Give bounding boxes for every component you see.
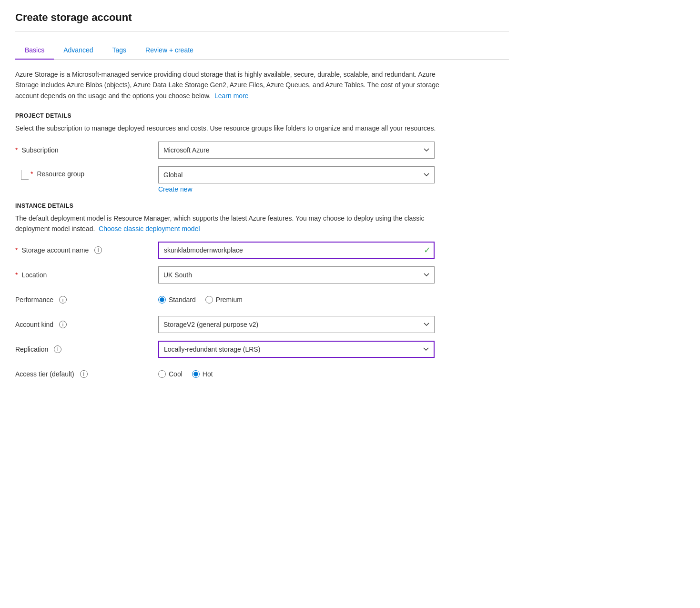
location-control: UK South: [158, 266, 435, 284]
account-kind-info-icon: i: [59, 321, 67, 328]
account-kind-label: Account kind i: [15, 321, 158, 328]
instance-details-header: INSTANCE DETAILS: [15, 203, 509, 209]
performance-info-icon: i: [59, 296, 67, 304]
storage-account-name-row: * Storage account name i ✓: [15, 242, 509, 259]
access-tier-info-icon: i: [80, 370, 88, 378]
access-tier-hot-radio[interactable]: [192, 370, 200, 378]
performance-premium-option[interactable]: Premium: [205, 296, 243, 304]
performance-standard-radio[interactable]: [158, 296, 166, 304]
performance-premium-radio[interactable]: [205, 296, 213, 304]
resource-indent: * Resource group: [15, 166, 158, 180]
subscription-required-star: *: [15, 146, 18, 154]
access-tier-row: Access tier (default) i Cool Hot: [15, 365, 509, 383]
access-tier-hot-option[interactable]: Hot: [192, 370, 213, 378]
page-container: Create storage account Basics Advanced T…: [0, 0, 524, 402]
access-tier-control: Cool Hot: [158, 370, 435, 378]
access-tier-cool-radio[interactable]: [158, 370, 166, 378]
tab-basics[interactable]: Basics: [15, 41, 54, 60]
resource-group-label: * Resource group: [30, 170, 84, 178]
performance-control: Standard Premium: [158, 296, 435, 304]
account-kind-control: StorageV2 (general purpose v2): [158, 316, 435, 333]
tab-review-create[interactable]: Review + create: [136, 41, 203, 60]
resource-group-required-star: *: [30, 170, 33, 178]
storage-account-name-control: ✓: [158, 242, 435, 259]
location-label: * Location: [15, 271, 158, 279]
tabs-bar: Basics Advanced Tags Review + create: [15, 41, 509, 60]
choose-classic-link[interactable]: Choose classic deployment model: [99, 225, 200, 233]
resource-group-row: * Resource group Global Create new: [15, 166, 509, 193]
performance-row: Performance i Standard Premium: [15, 291, 509, 308]
storage-name-checkmark-icon: ✓: [424, 245, 431, 255]
location-dropdown[interactable]: UK South: [158, 266, 435, 284]
create-new-link[interactable]: Create new: [158, 185, 193, 193]
tab-advanced[interactable]: Advanced: [54, 41, 102, 60]
tab-tags[interactable]: Tags: [103, 41, 136, 60]
storage-name-input-wrapper: ✓: [158, 242, 435, 259]
project-details-description: Select the subscription to manage deploy…: [15, 123, 444, 133]
performance-standard-option[interactable]: Standard: [158, 296, 196, 304]
main-description: Azure Storage is a Microsoft-managed ser…: [15, 69, 444, 101]
replication-control: Locally-redundant storage (LRS): [158, 341, 435, 358]
resource-group-control: Global Create new: [158, 166, 435, 193]
project-details-header: PROJECT DETAILS: [15, 112, 509, 119]
storage-account-name-input[interactable]: [158, 242, 435, 259]
access-tier-cool-option[interactable]: Cool: [158, 370, 183, 378]
replication-dropdown[interactable]: Locally-redundant storage (LRS): [158, 341, 435, 358]
access-tier-radio-group: Cool Hot: [158, 370, 435, 378]
performance-label: Performance i: [15, 296, 158, 304]
resource-group-dropdown[interactable]: Global: [158, 166, 435, 183]
access-tier-label: Access tier (default) i: [15, 370, 158, 378]
subscription-dropdown[interactable]: Microsoft Azure: [158, 142, 435, 159]
storage-name-required-star: *: [15, 246, 18, 254]
storage-account-name-label: * Storage account name i: [15, 246, 158, 254]
performance-radio-group: Standard Premium: [158, 296, 435, 304]
instance-details-description: The default deployment model is Resource…: [15, 213, 444, 234]
account-kind-dropdown[interactable]: StorageV2 (general purpose v2): [158, 316, 435, 333]
replication-row: Replication i Locally-redundant storage …: [15, 341, 509, 358]
account-kind-row: Account kind i StorageV2 (general purpos…: [15, 316, 509, 333]
subscription-control: Microsoft Azure: [158, 142, 435, 159]
replication-info-icon: i: [54, 345, 61, 353]
replication-label: Replication i: [15, 345, 158, 353]
location-required-star: *: [15, 271, 18, 279]
indent-bracket-icon: [21, 170, 29, 180]
location-row: * Location UK South: [15, 266, 509, 284]
learn-more-link[interactable]: Learn more: [214, 92, 249, 100]
subscription-label: * Subscription: [15, 146, 158, 154]
page-title: Create storage account: [15, 11, 509, 32]
storage-name-info-icon: i: [94, 246, 102, 254]
subscription-row: * Subscription Microsoft Azure: [15, 142, 509, 159]
